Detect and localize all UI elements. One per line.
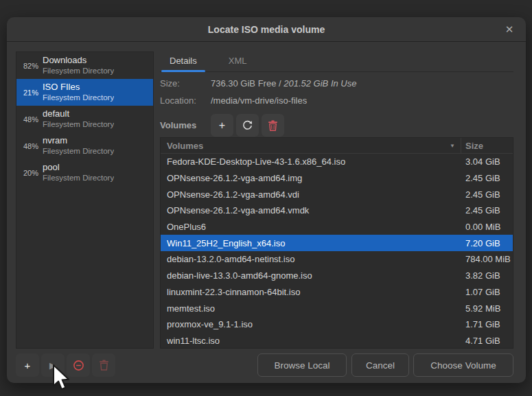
volume-row[interactable]: Fedora-KDE-Desktop-Live-43-1.6.x86_64.is… — [161, 154, 513, 170]
volume-row[interactable]: OPNsense-26.1.2-vga-amd64.img 2.45 GiB — [161, 170, 513, 187]
pool-text: Downloads Filesystem Directory — [43, 55, 114, 76]
volumes-label: Volumes — [160, 120, 211, 130]
volume-row[interactable]: OnePlus6 0.00 MiB — [161, 219, 513, 235]
pool-list-item[interactable]: 21% ISO FIles Filesystem Directory — [16, 79, 153, 106]
close-icon[interactable]: ✕ — [501, 21, 518, 38]
pool-type: Filesystem Directory — [43, 119, 114, 129]
volume-name: OPNsense-26.1.2-vga-amd64.vdi — [161, 189, 461, 200]
volume-row[interactable]: OPNsense-26.1.2-vga-amd64.vdi 2.45 GiB — [161, 186, 513, 202]
volume-size: 784.00 MiB — [461, 254, 511, 264]
sort-descending-icon: ▼ — [450, 143, 455, 149]
pool-name: pool — [43, 162, 114, 173]
volume-size: 2.45 GiB — [461, 205, 500, 216]
pool-name: nvram — [43, 135, 114, 146]
refresh-volumes-button[interactable] — [236, 114, 259, 137]
tab-details[interactable]: Details — [160, 51, 207, 71]
volume-name: OnePlus6 — [161, 222, 461, 232]
pool-list-item[interactable]: 82% Downloads Filesystem Directory — [16, 52, 153, 79]
volume-size: 1.07 GiB — [461, 287, 500, 297]
pool-text: ISO FIles Filesystem Directory — [43, 82, 114, 103]
volume-name: Win11_25H2_English_x64.iso — [161, 238, 461, 248]
pool-name: default — [43, 108, 114, 119]
choose-volume-button[interactable]: Choose Volume — [413, 353, 513, 377]
volume-row[interactable]: memtest.iso 5.92 MiB — [161, 300, 513, 316]
dialog-titlebar: Locate ISO media volume ✕ — [7, 17, 526, 42]
volume-name: proxmox-ve_9.1-1.iso — [161, 319, 461, 329]
size-row: Size: 736.30 GiB Free / 201.52 GiB In Us… — [160, 78, 513, 89]
delete-volume-button[interactable] — [262, 114, 284, 137]
volumes-table: Volumes ▼ Size Fedora-KDE-Desktop-Live-4… — [160, 137, 513, 349]
plus-icon: + — [219, 119, 225, 132]
delete-pool-button[interactable] — [92, 353, 115, 377]
size-used: 201.52 GiB In Use — [284, 78, 356, 89]
volume-row[interactable]: proxmox-ve_9.1-1.iso 1.71 GiB — [161, 316, 513, 333]
volume-name: debian-live-13.3.0-amd64-gnome.iso — [161, 270, 461, 281]
location-value: /media/vm-drive/iso-files — [211, 95, 307, 106]
volumes-toolbar: Volumes + — [160, 114, 513, 137]
volume-size: 2.45 GiB — [461, 173, 500, 183]
volume-row[interactable]: linuxmint-22.3-cinnamon-64bit.iso 1.07 G… — [161, 284, 513, 301]
volume-size: 0.00 MiB — [461, 222, 500, 232]
pool-usage-percent: 21% — [19, 89, 43, 97]
trash-icon — [268, 120, 278, 131]
browse-local-button[interactable]: Browse Local — [257, 353, 347, 377]
volume-name: debian-13.2.0-amd64-netinst.iso — [161, 254, 461, 264]
volume-size: 7.20 GiB — [461, 238, 500, 248]
volume-size: 3.82 GiB — [461, 270, 500, 281]
pool-type: Filesystem Directory — [43, 93, 114, 102]
pool-usage-percent: 82% — [19, 62, 43, 70]
size-label: Size: — [160, 78, 211, 89]
volume-size: 1.71 GiB — [461, 319, 500, 329]
column-header-size[interactable]: Size — [461, 141, 483, 151]
pool-list-item[interactable]: 20% pool Filesystem Directory — [16, 159, 153, 186]
pool-usage-percent: 48% — [19, 115, 43, 124]
volumes-column-label: Volumes — [167, 141, 203, 151]
volume-row[interactable]: debian-13.2.0-amd64-netinst.iso 784.00 M… — [161, 251, 513, 268]
pool-list-item[interactable]: 48% nvram Filesystem Directory — [16, 132, 153, 159]
volume-name: win11-ltsc.iso — [161, 336, 461, 346]
volume-row[interactable]: debian-live-13.3.0-amd64-gnome.iso 3.82 … — [161, 268, 513, 284]
plus-icon: + — [25, 360, 31, 371]
pool-usage-percent: 20% — [19, 169, 43, 177]
pool-name: Downloads — [43, 55, 114, 66]
location-row: Location: /media/vm-drive/iso-files — [160, 95, 513, 106]
pool-usage-percent: 48% — [19, 142, 43, 150]
tabstrip: Details XML — [160, 51, 513, 72]
volume-name: OPNsense-26.1.2-vga-amd64.img — [161, 173, 461, 183]
volume-name: memtest.iso — [161, 303, 461, 314]
volume-row[interactable]: win11-ltsc.iso 4.71 GiB — [161, 333, 513, 349]
pool-list-item[interactable]: 48% default Filesystem Directory — [16, 106, 153, 132]
pool-type: Filesystem Directory — [43, 146, 114, 156]
volume-size: 2.45 GiB — [461, 189, 500, 200]
volume-name: Fedora-KDE-Desktop-Live-43-1.6.x86_64.is… — [161, 156, 461, 167]
locate-iso-dialog: Locate ISO media volume ✕ 82% Downloads … — [7, 17, 526, 383]
pool-name: ISO FIles — [43, 82, 114, 93]
refresh-icon — [242, 119, 253, 131]
dialog-title: Locate ISO media volume — [208, 24, 325, 35]
location-label: Location: — [160, 95, 211, 106]
volume-row[interactable]: OPNsense-26.1.2-vga-amd64.vmdk 2.45 GiB — [161, 202, 513, 219]
play-icon: ▶ — [49, 360, 56, 371]
volume-row[interactable]: Win11_25H2_English_x64.iso 7.20 GiB — [161, 235, 513, 251]
size-free: 736.30 GiB Free / — [211, 78, 284, 89]
pool-details-panel: Details XML Size: 736.30 GiB Free / 201.… — [160, 51, 513, 137]
volume-name: OPNsense-26.1.2-vga-amd64.vmdk — [161, 205, 461, 216]
cancel-button[interactable]: Cancel — [351, 353, 409, 377]
storage-pool-list: 82% Downloads Filesystem Directory 21% I… — [16, 51, 154, 349]
new-volume-button[interactable]: + — [211, 114, 233, 137]
desktop-background: { "colors":{ "accent":"#3584e4", "select… — [0, 0, 532, 396]
tab-xml[interactable]: XML — [219, 51, 257, 71]
pool-text: nvram Filesystem Directory — [43, 135, 114, 156]
volume-size: 3.04 GiB — [461, 156, 500, 167]
volumes-table-header: Volumes ▼ Size — [161, 138, 513, 154]
volume-size: 4.71 GiB — [461, 336, 500, 346]
trash-icon — [99, 360, 109, 371]
stop-pool-button[interactable] — [67, 353, 90, 377]
pool-type: Filesystem Directory — [43, 173, 114, 183]
start-pool-button[interactable]: ▶ — [41, 353, 65, 377]
column-header-volumes[interactable]: Volumes ▼ — [161, 138, 461, 153]
size-value: 736.30 GiB Free / 201.52 GiB In Use — [211, 78, 356, 89]
add-pool-button[interactable]: + — [16, 353, 39, 377]
volume-size: 5.92 MiB — [461, 303, 500, 314]
volume-name: linuxmint-22.3-cinnamon-64bit.iso — [161, 287, 461, 297]
